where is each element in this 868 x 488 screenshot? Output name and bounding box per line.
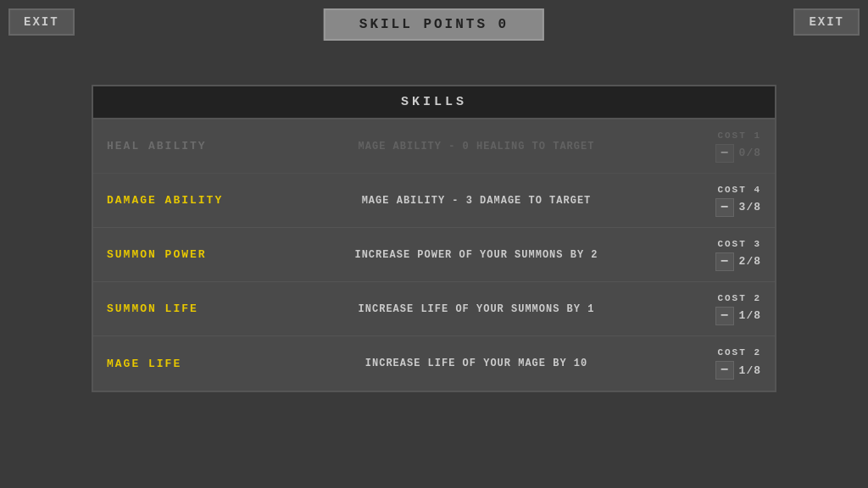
skill-cost-value-mage-life: 1/8 (739, 364, 761, 377)
skill-cost-value-damage-ability: 3/8 (739, 201, 761, 214)
exit-button-left[interactable]: EXIT (8, 8, 75, 36)
skill-cost-controls-mage-life: − 1/8 (676, 361, 761, 380)
skill-desc-summon-power: INCREASE POWER OF YOUR SUMMONS BY 2 (276, 249, 676, 261)
skill-cost-controls-damage-ability: − 3/8 (676, 198, 761, 217)
skill-desc-summon-life: INCREASE LIFE OF YOUR SUMMONS BY 1 (276, 303, 676, 315)
skill-row-damage-ability: DAMAGE ABILITY MAGE ABILITY - 3 DAMAGE T… (93, 174, 775, 228)
skills-table: SKILLS HEAL ABILITY MAGE ABILITY - 0 HEA… (92, 85, 776, 392)
skill-row-mage-life: MAGE LIFE INCREASE LIFE OF YOUR MAGE BY … (93, 336, 775, 391)
skill-cost-controls-summon-power: − 2/8 (676, 252, 761, 271)
skill-cost-area-summon-power: COST 3 − 2/8 (676, 239, 761, 271)
skill-minus-btn-mage-life[interactable]: − (715, 361, 734, 380)
skill-row-heal-ability: HEAL ABILITY MAGE ABILITY - 0 HEALING TO… (93, 119, 775, 174)
skill-points-banner: SKILL POINTS 0 (324, 8, 544, 41)
skill-cost-label-summon-life: COST 2 (676, 293, 761, 303)
skills-table-header: SKILLS (93, 86, 775, 119)
skill-minus-btn-heal-ability[interactable]: − (715, 144, 734, 163)
exit-button-right[interactable]: EXIT (793, 8, 860, 36)
skill-cost-area-damage-ability: COST 4 − 3/8 (676, 185, 761, 217)
skill-name-damage-ability: DAMAGE ABILITY (107, 194, 276, 207)
skill-name-summon-power: SUMMON POWER (107, 248, 276, 261)
skill-cost-label-mage-life: COST 2 (676, 347, 761, 358)
skill-minus-btn-summon-power[interactable]: − (715, 252, 734, 271)
skill-name-summon-life: SUMMON LIFE (107, 302, 276, 315)
skill-row-summon-power: SUMMON POWER INCREASE POWER OF YOUR SUMM… (93, 228, 775, 282)
skill-cost-controls-summon-life: − 1/8 (676, 307, 761, 325)
skill-minus-btn-damage-ability[interactable]: − (715, 198, 734, 217)
skill-cost-value-summon-power: 2/8 (739, 255, 761, 268)
skill-cost-area-summon-life: COST 2 − 1/8 (676, 293, 761, 325)
skill-desc-mage-life: INCREASE LIFE OF YOUR MAGE BY 10 (276, 358, 676, 369)
skill-desc-damage-ability: MAGE ABILITY - 3 DAMAGE TO TARGET (276, 195, 676, 207)
skill-row-summon-life: SUMMON LIFE INCREASE LIFE OF YOUR SUMMON… (93, 282, 775, 336)
skill-cost-label-summon-power: COST 3 (676, 239, 761, 249)
skill-cost-value-summon-life: 1/8 (739, 309, 761, 322)
skill-minus-btn-summon-life[interactable]: − (715, 307, 734, 325)
skill-cost-controls-heal-ability: − 0/8 (676, 144, 761, 163)
skill-cost-area-heal-ability: COST 1 − 0/8 (676, 130, 761, 163)
skill-cost-value-heal-ability: 0/8 (739, 147, 761, 159)
skill-name-mage-life: MAGE LIFE (107, 358, 276, 370)
skill-desc-heal-ability: MAGE ABILITY - 0 HEALING TO TARGET (276, 141, 676, 152)
skill-name-heal-ability: HEAL ABILITY (107, 140, 276, 152)
skill-cost-label-heal-ability: COST 1 (676, 130, 761, 141)
skill-cost-label-damage-ability: COST 4 (676, 185, 761, 195)
skill-cost-area-mage-life: COST 2 − 1/8 (676, 347, 761, 380)
